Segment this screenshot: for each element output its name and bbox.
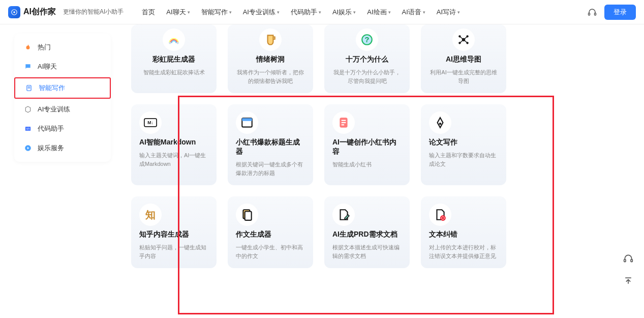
sidebar-item-label: 代码助手 <box>38 124 64 133</box>
markdown-icon: M↓ <box>139 111 162 134</box>
nav-code-helper[interactable]: 代码助手▾ <box>291 8 321 17</box>
nav-ai-drawing[interactable]: AI绘画▾ <box>367 8 390 17</box>
svg-line-20 <box>464 37 468 40</box>
svg-point-10 <box>169 42 171 44</box>
card-title: 情绪树洞 <box>236 55 305 64</box>
card-row: 知 知乎内容生成器 粘贴知乎问题，一键生成知乎内容 作文生成器 一键生成小学生、… <box>131 196 614 268</box>
doc-icon <box>24 83 34 93</box>
card-desc: 根据关键词一键生成多个有爆款潜力的标题 <box>236 160 305 177</box>
sidebar-item-code-helper[interactable]: </> 代码助手 <box>14 119 111 138</box>
chevron-down-icon: ▾ <box>188 10 190 15</box>
sidebar: 热门 AI聊天 智能写作 AI专业训练 </> 代码助手 娱乐服务 <box>0 24 111 318</box>
essay-icon <box>236 204 258 226</box>
chevron-down-icon: ▾ <box>388 10 391 15</box>
card-title: AI思维导图 <box>429 55 498 64</box>
card-desc: 输入主题和字数要求自动生成论文 <box>429 151 498 168</box>
svg-point-1 <box>13 11 15 13</box>
nav-ai-chat[interactable]: AI聊天▾ <box>166 8 190 17</box>
sidebar-item-label: AI聊天 <box>38 62 57 71</box>
svg-point-31 <box>439 123 441 125</box>
card-xhs-title[interactable]: 小红书爆款标题生成器 根据关键词一键生成多个有爆款潜力的标题 <box>228 104 313 185</box>
nav-pro-training[interactable]: AI专业训练▾ <box>243 8 280 17</box>
card-correction[interactable]: 文本纠错 对上传的文本进行校对，标注错误文本并提供修正意见 <box>421 196 506 268</box>
brand-logo-icon <box>8 6 20 18</box>
pen-icon <box>429 111 451 134</box>
sidebar-item-ai-chat[interactable]: AI聊天 <box>14 57 111 76</box>
svg-text:</>: </> <box>26 128 30 130</box>
card-title: AI智能Markdown <box>139 138 208 147</box>
nav-ai-voice[interactable]: AI语音▾ <box>402 8 425 17</box>
card-title: 彩虹屁生成器 <box>139 55 208 64</box>
sidebar-item-smart-writing[interactable]: 智能写作 <box>14 77 111 99</box>
svg-line-21 <box>459 40 464 43</box>
doc-edit-icon <box>332 204 355 226</box>
card-title: AI一键创作小红书内容 <box>332 138 402 156</box>
card-thesis[interactable]: 论文写作 输入主题和字数要求自动生成论文 <box>421 104 506 185</box>
zhihu-icon: 知 <box>139 204 162 226</box>
card-desc: 粘贴知乎问题，一键生成知乎内容 <box>139 243 208 260</box>
card-markdown[interactable]: M↓ AI智能Markdown 输入主题关键词，AI一键生成Markdown <box>131 104 217 185</box>
play-icon <box>23 143 33 153</box>
svg-rect-2 <box>589 13 590 15</box>
nav-ai-poem[interactable]: AI写诗▾ <box>437 8 460 17</box>
card-title: 论文写作 <box>429 138 498 147</box>
cube-icon <box>23 105 33 114</box>
card-row: 彩虹屁生成器 智能生成彩虹屁吹捧话术 情绪树洞 我将作为一个倾听者，把你的烦恼都… <box>131 24 614 93</box>
top-nav: 首页 AI聊天▾ 智能写作▾ AI专业训练▾ 代码助手▾ AI娱乐▾ AI绘画▾… <box>142 8 583 17</box>
main-content: 彩虹屁生成器 智能生成彩虹屁吹捧话术 情绪树洞 我将作为一个倾听者，把你的烦恼都… <box>111 24 644 318</box>
card-desc: 智能生成彩虹屁吹捧话术 <box>139 68 208 77</box>
card-emotion-hole[interactable]: 情绪树洞 我将作为一个倾听者，把你的烦恼都告诉我吧 <box>228 24 313 93</box>
note-icon <box>332 111 355 134</box>
svg-rect-3 <box>595 13 596 15</box>
cup-icon <box>259 28 282 51</box>
brand[interactable]: AI创作家 <box>8 6 56 18</box>
card-title: 小红书爆款标题生成器 <box>236 138 305 156</box>
nav-home[interactable]: 首页 <box>142 8 155 17</box>
nav-ai-entertainment[interactable]: AI娱乐▾ <box>332 8 356 17</box>
headset-icon[interactable] <box>587 7 597 17</box>
card-zhihu[interactable]: 知 知乎内容生成器 粘贴知乎问题，一键生成知乎内容 <box>131 196 217 268</box>
sidebar-item-hot[interactable]: 热门 <box>14 38 111 57</box>
card-mindmap[interactable]: AI思维导图 利用AI一键生成完整的思维导图 <box>421 24 506 93</box>
svg-rect-38 <box>624 259 626 262</box>
svg-text:M↓: M↓ <box>147 120 154 125</box>
card-why[interactable]: ? 十万个为什么 我是十万个为什么小助手，尽管向我提问吧 <box>324 24 410 93</box>
chat-icon <box>23 62 33 71</box>
card-title: 十万个为什么 <box>332 55 402 64</box>
svg-point-11 <box>176 42 178 44</box>
svg-text:?: ? <box>364 35 369 44</box>
back-to-top-icon[interactable] <box>622 274 635 287</box>
chevron-down-icon: ▾ <box>277 10 280 15</box>
nav-smart-writing[interactable]: 智能写作▾ <box>201 8 232 17</box>
card-prd[interactable]: AI生成PRD需求文档 根据文本描述生成可快速编辑的需求文档 <box>324 196 410 268</box>
card-title: AI生成PRD需求文档 <box>332 230 402 239</box>
chevron-down-icon: ▾ <box>229 10 232 15</box>
chevron-down-icon: ▾ <box>353 10 356 15</box>
sidebar-item-label: 热门 <box>38 43 51 52</box>
svg-rect-34 <box>245 212 252 220</box>
sidebar-item-label: 娱乐服务 <box>38 143 64 153</box>
window-icon <box>236 111 258 134</box>
float-actions <box>622 252 635 287</box>
fire-icon <box>23 43 33 52</box>
login-button[interactable]: 登录 <box>604 5 636 20</box>
card-desc: 利用AI一键生成完整的思维导图 <box>429 68 498 85</box>
sidebar-item-label: AI专业训练 <box>38 105 70 114</box>
chevron-down-icon: ▾ <box>319 10 321 15</box>
card-desc: 对上传的文本进行校对，标注错误文本并提供修正意见 <box>429 243 498 260</box>
header: AI创作家 更懂你的智能AI小助手 首页 AI聊天▾ 智能写作▾ AI专业训练▾… <box>0 0 644 24</box>
mindmap-icon <box>452 28 475 51</box>
rainbow-icon <box>163 28 185 51</box>
support-icon[interactable] <box>622 252 635 265</box>
card-desc: 智能生成小红书 <box>332 160 402 169</box>
sidebar-item-entertainment[interactable]: 娱乐服务 <box>14 138 111 158</box>
card-desc: 输入主题关键词，AI一键生成Markdown <box>139 151 208 168</box>
card-desc: 我将作为一个倾听者，把你的烦恼都告诉我吧 <box>236 68 305 85</box>
card-rainbow-fart[interactable]: 彩虹屁生成器 智能生成彩虹屁吹捧话术 <box>131 24 217 93</box>
card-title: 文本纠错 <box>429 230 498 239</box>
card-xhs-content[interactable]: AI一键创作小红书内容 智能生成小红书 <box>324 104 410 185</box>
card-title: 知乎内容生成器 <box>139 230 208 239</box>
question-icon: ? <box>356 28 378 51</box>
card-essay[interactable]: 作文生成器 一键生成小学生、初中和高中的作文 <box>228 196 313 268</box>
sidebar-item-pro-training[interactable]: AI专业训练 <box>14 100 111 119</box>
